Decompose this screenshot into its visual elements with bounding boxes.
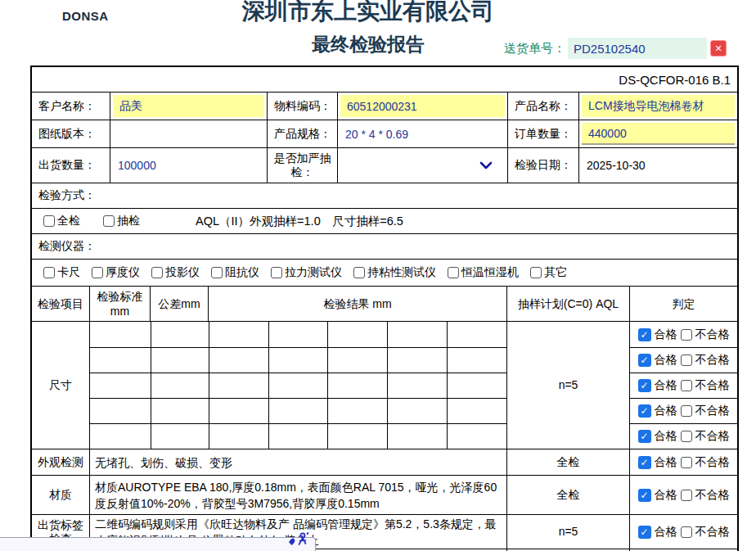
result-cell[interactable] — [387, 424, 447, 449]
pass-checkbox[interactable]: ✓ — [638, 328, 651, 341]
result-cell[interactable] — [209, 373, 268, 398]
standard-cell[interactable] — [90, 424, 151, 449]
result-cell[interactable] — [327, 399, 387, 423]
drawing-version-cell[interactable] — [110, 120, 267, 147]
result-cell[interactable] — [209, 322, 268, 347]
result-cell[interactable] — [268, 399, 328, 423]
fail-checkbox[interactable] — [681, 457, 692, 468]
result-cell[interactable] — [209, 348, 268, 373]
standard-cell[interactable] — [90, 348, 151, 373]
pass-label: 合格 — [655, 353, 677, 368]
inspect-date-cell[interactable]: 2025-10-30 — [578, 148, 737, 183]
projector-checkbox[interactable] — [151, 267, 163, 278]
instrument-adhesion-tester[interactable]: 持粘性测试仪 — [353, 265, 436, 280]
result-cell[interactable] — [327, 322, 387, 347]
instrument-thickness-gauge[interactable]: 厚度仪 — [92, 265, 140, 280]
inspection-method-label: 检验方式： — [32, 183, 737, 208]
result-cell[interactable] — [387, 373, 447, 398]
instrument-projector[interactable]: 投影仪 — [151, 265, 200, 280]
dimension-grid — [89, 322, 506, 449]
customer-input[interactable]: 品美 — [110, 93, 267, 120]
result-cell[interactable] — [447, 399, 506, 423]
standard-cell[interactable] — [90, 399, 151, 423]
result-cell[interactable] — [447, 322, 506, 347]
header-item: 检验项目 — [32, 287, 89, 321]
sampling-inspection-option[interactable]: 抽检 — [103, 214, 140, 228]
result-cell[interactable] — [327, 348, 387, 373]
clear-button[interactable]: ✕ — [710, 40, 727, 56]
tolerance-cell[interactable] — [151, 399, 209, 423]
result-cell[interactable] — [268, 424, 328, 449]
fail-checkbox[interactable] — [681, 490, 692, 501]
standard-cell[interactable] — [90, 322, 151, 347]
judge-group: ✓合格 不合格 — [630, 353, 737, 368]
dimension-row — [90, 322, 506, 347]
fail-checkbox[interactable] — [681, 329, 692, 341]
pass-checkbox[interactable]: ✓ — [638, 489, 651, 502]
pass-checkbox[interactable]: ✓ — [638, 430, 651, 443]
check-icon: ✓ — [640, 431, 648, 441]
header-result: 检验结果 mm — [208, 287, 506, 321]
result-cell[interactable] — [268, 348, 328, 373]
dimension-item-label: 尺寸 — [32, 322, 89, 449]
pass-checkbox[interactable]: ✓ — [638, 456, 651, 469]
tolerance-cell[interactable] — [151, 424, 209, 449]
result-cell[interactable] — [447, 348, 506, 373]
delivery-no-input[interactable]: PD25102540 — [568, 38, 707, 59]
result-cell[interactable] — [447, 424, 506, 449]
check-icon: ✓ — [640, 330, 648, 340]
result-cell[interactable] — [387, 399, 447, 423]
result-cell[interactable] — [327, 373, 387, 398]
tolerance-cell[interactable] — [151, 348, 209, 373]
check-icon: ✓ — [640, 355, 648, 365]
adhesion-tester-checkbox[interactable] — [353, 267, 365, 278]
other-instrument-checkbox[interactable] — [530, 267, 542, 278]
climate-chamber-checkbox[interactable] — [448, 267, 459, 278]
appearance-item-label: 外观检测 — [32, 449, 89, 475]
chevron-down-icon — [479, 161, 493, 169]
instrument-other[interactable]: 其它 — [530, 265, 567, 280]
pass-label: 合格 — [655, 525, 677, 540]
ship-qty-cell[interactable]: 100000 — [110, 148, 267, 183]
judge-group: ✓合格 不合格 — [630, 378, 737, 393]
dimension-row — [90, 423, 506, 449]
fail-checkbox[interactable] — [681, 431, 692, 442]
caliper-checkbox[interactable] — [43, 267, 55, 278]
order-qty-input[interactable]: 440000 — [578, 120, 737, 147]
instrument-impedance-meter[interactable]: 阻抗仪 — [211, 265, 259, 280]
fail-checkbox[interactable] — [681, 380, 692, 391]
result-cell[interactable] — [209, 399, 268, 423]
pass-checkbox[interactable]: ✓ — [638, 379, 651, 392]
tolerance-cell[interactable] — [151, 373, 209, 398]
instrument-caliper[interactable]: 卡尺 — [43, 265, 80, 280]
full-inspection-option[interactable]: 全检 — [43, 214, 80, 228]
strict-check-dropdown[interactable] — [337, 148, 507, 183]
fail-checkbox[interactable] — [681, 405, 692, 417]
thickness-gauge-checkbox[interactable] — [92, 267, 103, 278]
pass-checkbox[interactable]: ✓ — [638, 526, 651, 539]
result-cell[interactable] — [327, 424, 387, 449]
tolerance-cell[interactable] — [151, 322, 209, 347]
result-cell[interactable] — [447, 373, 506, 398]
result-cell[interactable] — [209, 424, 268, 449]
instrument-climate-chamber[interactable]: 恒温恒湿机 — [448, 265, 519, 280]
result-cell[interactable] — [268, 322, 328, 347]
product-spec-cell[interactable]: 20 * 4 * 0.69 — [337, 120, 507, 147]
result-cell[interactable] — [268, 373, 328, 398]
pass-checkbox[interactable]: ✓ — [638, 354, 651, 367]
strict-check-label: 是否加严抽检： — [267, 148, 337, 183]
pass-checkbox[interactable]: ✓ — [638, 404, 651, 418]
impedance-meter-checkbox[interactable] — [211, 267, 223, 278]
fail-checkbox[interactable] — [681, 355, 692, 366]
standard-cell[interactable] — [90, 373, 151, 398]
fail-checkbox[interactable] — [681, 526, 692, 538]
result-cell[interactable] — [387, 322, 447, 347]
tension-tester-checkbox[interactable] — [271, 267, 282, 278]
result-cell[interactable] — [387, 348, 447, 373]
full-inspection-checkbox[interactable] — [43, 215, 55, 227]
material-code-input[interactable]: 60512000231 — [337, 93, 507, 120]
product-name-input[interactable]: LCM接地导电泡棉卷材 — [578, 93, 737, 120]
sampling-inspection-checkbox[interactable] — [103, 215, 115, 227]
instrument-tension-tester[interactable]: 拉力测试仪 — [271, 265, 342, 280]
pass-label: 合格 — [655, 327, 677, 342]
